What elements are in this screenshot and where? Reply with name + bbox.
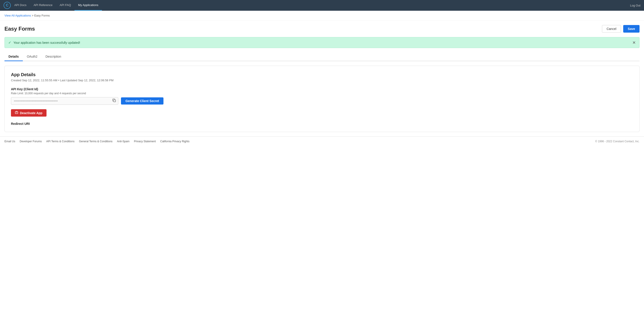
app-details-title: App Details xyxy=(11,72,633,77)
success-message: Your application has been successfully u… xyxy=(14,41,80,44)
main-content: Easy Forms Cancel Save ✓ Your applicatio… xyxy=(0,20,644,132)
redirect-uri-label: Redirect URI xyxy=(11,122,633,125)
api-key-input-wrap xyxy=(11,97,118,105)
app-details-subtitle: Created Sep 12, 2022, 11:55:55 AM • Last… xyxy=(11,79,633,82)
svg-rect-1 xyxy=(15,112,18,114)
generate-client-secret-button[interactable]: Generate Client Secret xyxy=(121,97,164,104)
page-title: Easy Forms xyxy=(4,26,35,32)
breadcrumb: View All Applications > Easy Forms xyxy=(0,11,644,20)
logout-button[interactable]: Log Out xyxy=(630,4,640,7)
svg-rect-0 xyxy=(114,100,116,102)
footer-developer-forums[interactable]: Developer Forums xyxy=(20,140,42,143)
updated-timestamp: Last Updated Sep 12, 2022, 12:06:58 PM xyxy=(60,79,113,82)
tab-description[interactable]: Description xyxy=(41,52,65,61)
nav-my-applications[interactable]: My Applications xyxy=(74,0,102,11)
footer: Email Us Developer Forums API Terms & Co… xyxy=(0,136,644,146)
cancel-button[interactable]: Cancel xyxy=(602,25,621,33)
success-banner: ✓ Your application has been successfully… xyxy=(4,37,640,48)
deactivate-icon xyxy=(15,111,18,115)
created-timestamp: Created Sep 12, 2022, 11:55:55 AM xyxy=(11,79,57,82)
breadcrumb-current: Easy Forms xyxy=(34,14,50,17)
breadcrumb-link[interactable]: View All Applications xyxy=(4,14,31,17)
tab-oauth2[interactable]: OAuth2 xyxy=(23,52,41,61)
save-button[interactable]: Save xyxy=(623,25,640,33)
footer-anti-spam[interactable]: Anti-Spam xyxy=(117,140,130,143)
tabs: Details OAuth2 Description xyxy=(4,52,640,61)
api-key-label: API Key (Client Id) xyxy=(11,87,633,91)
tab-details[interactable]: Details xyxy=(4,52,23,61)
app-logo: C xyxy=(4,2,11,9)
copy-api-key-button[interactable] xyxy=(112,98,116,104)
api-key-hint: Rate Limit: 10,000 requests per day and … xyxy=(11,92,633,95)
nav-links: API Docs API Reference API FAQ My Applic… xyxy=(11,0,102,11)
page-header: Easy Forms Cancel Save xyxy=(4,25,640,33)
check-icon: ✓ xyxy=(8,40,11,45)
banner-close-button[interactable]: ✕ xyxy=(632,41,636,45)
footer-email-us[interactable]: Email Us xyxy=(4,140,15,143)
footer-privacy-statement[interactable]: Privacy Statement xyxy=(134,140,156,143)
app-details-card: App Details Created Sep 12, 2022, 11:55:… xyxy=(4,66,640,132)
api-key-row: Generate Client Secret xyxy=(11,97,633,105)
footer-api-terms[interactable]: API Terms & Conditions xyxy=(46,140,75,143)
footer-california-privacy[interactable]: California Privacy Rights xyxy=(160,140,190,143)
deactivate-app-button[interactable]: Deactivate App xyxy=(11,109,46,117)
subtitle-separator: • xyxy=(58,79,60,82)
header-buttons: Cancel Save xyxy=(602,25,640,33)
api-key-input[interactable] xyxy=(11,97,118,105)
nav-api-faq[interactable]: API FAQ xyxy=(56,0,75,11)
breadcrumb-separator: > xyxy=(32,14,34,17)
footer-copyright: © 1996 - 2022 Constant Contact, Inc. xyxy=(595,140,640,143)
success-banner-left: ✓ Your application has been successfully… xyxy=(8,40,80,45)
top-nav: C API Docs API Reference API FAQ My Appl… xyxy=(0,0,644,11)
footer-general-terms[interactable]: General Terms & Conditions xyxy=(79,140,112,143)
nav-api-docs[interactable]: API Docs xyxy=(11,0,30,11)
nav-api-reference[interactable]: API Reference xyxy=(30,0,56,11)
deactivate-label: Deactivate App xyxy=(20,111,42,115)
